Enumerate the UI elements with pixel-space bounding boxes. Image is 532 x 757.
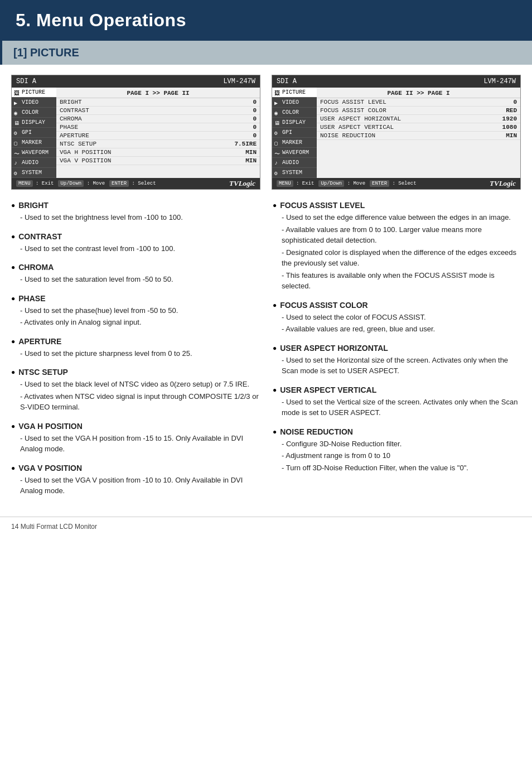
desc-text-vgah: - Used to set the VGA H position from -1… xyxy=(11,433,259,455)
waveform-icon-right: 〜 xyxy=(274,150,281,156)
waveform-icon-left: 〜 xyxy=(14,150,21,156)
footer-enter-btn-left: ENTER : Select xyxy=(109,181,156,186)
sidebar-item-video-left[interactable]: ▶VIDEO xyxy=(12,98,56,108)
menu-label-ntsc: NTSC SETUP xyxy=(60,141,96,147)
menu-label-focus-color: FOCUS ASSIST COLOR xyxy=(320,107,386,114)
sidebar-item-display-right[interactable]: 🖥DISPLAY xyxy=(272,118,317,128)
menu-row-vgav: VGA V POSITION MIN xyxy=(56,157,260,165)
menu-row-focus-level: FOCUS ASSIST LEVEL 0 xyxy=(317,98,520,107)
monitor-left-footer: MENU : Exit Up/Down : Move ENTER : Selec… xyxy=(12,178,260,189)
menu-value-user-aspect-h: 1920 xyxy=(502,115,517,122)
desc-text-phase: - Used to set the phase(hue) level from … xyxy=(11,305,259,328)
sidebar-item-picture-left[interactable]: 🖼PICTURE xyxy=(12,88,56,98)
sidebar-item-audio-right[interactable]: ♪AUDIO xyxy=(272,158,317,168)
menu-label-vgah: VGA H POSITION xyxy=(60,149,111,156)
sidebar-item-system-left[interactable]: ⚙SYSTEM xyxy=(12,168,56,178)
footer-updown-btn-left: Up/Down : Move xyxy=(58,181,105,186)
desc-title-focus-color: FOCUS ASSIST COLOR xyxy=(273,301,521,310)
menu-row-vgah: VGA H POSITION MIN xyxy=(56,148,260,157)
monitor-left: SDI A LVM-247W 🖼PICTURE ▶VIDEO ◉COLOR 🖥D… xyxy=(11,75,260,190)
page-footer: 14 Multi Format LCD Monitor xyxy=(0,517,532,536)
desc-title-user-aspect-h: USER ASPECT HORIZONTAL xyxy=(273,344,521,353)
desc-title-aperture: APERTURE xyxy=(11,337,259,346)
right-descriptions: FOCUS ASSIST LEVEL - Used to set the edg… xyxy=(273,201,521,505)
desc-text-user-aspect-v: - Used to set the Vertical size of the s… xyxy=(273,397,521,418)
left-descriptions: BRIGHT - Used to set the brightness leve… xyxy=(11,201,259,505)
menu-value-focus-level: 0 xyxy=(513,99,517,105)
desc-text-noise-reduction: - Configure 3D-Noise Reduction filter. -… xyxy=(273,438,521,474)
menu-label-user-aspect-v: USER ASPECT VERTICAL xyxy=(320,124,394,131)
sidebar-item-display-left[interactable]: 🖥DISPLAY xyxy=(12,118,56,128)
menu-row-contrast: CONTRAST 0 xyxy=(56,107,260,115)
page-title: 5. Menu Operations xyxy=(16,10,186,30)
video-icon-right: ▶ xyxy=(274,100,281,105)
monitor-left-body: 🖼PICTURE ▶VIDEO ◉COLOR 🖥DISPLAY ⚙GPI xyxy=(12,88,260,178)
monitor-left-header: SDI A LVM-247W xyxy=(12,75,260,88)
desc-noise-reduction: NOISE REDUCTION - Configure 3D-Noise Red… xyxy=(273,427,521,474)
picture-icon-right: 🖼 xyxy=(274,90,281,95)
menu-row-user-aspect-h: USER ASPECT HORIZONTAL 1920 xyxy=(317,115,520,123)
sidebar-item-waveform-right[interactable]: 〜WAVEFORM xyxy=(272,148,317,158)
monitor-right-body: 🖼PICTURE ▶VIDEO ◉COLOR 🖥DISPLAY ⚙GPI xyxy=(272,88,520,178)
monitor-right-footer: MENU : Exit Up/Down : Move ENTER : Selec… xyxy=(272,178,520,189)
sidebar-item-video-right[interactable]: ▶VIDEO xyxy=(272,98,317,108)
desc-title-chroma: CHROMA xyxy=(11,263,259,272)
menu-label-focus-level: FOCUS ASSIST LEVEL xyxy=(320,99,386,105)
sidebar-item-marker-right[interactable]: ▢MARKER xyxy=(272,138,317,148)
desc-title-bright: BRIGHT xyxy=(11,201,259,210)
menu-row-noise-reduction: NOISE REDUCTION MIN xyxy=(317,132,520,140)
menu-value-user-aspect-v: 1080 xyxy=(502,124,517,131)
menu-label-vgav: VGA V POSITION xyxy=(60,157,111,164)
desc-vgah: VGA H POSITION - Used to set the VGA H p… xyxy=(11,422,259,455)
menu-row-phase: PHASE 0 xyxy=(56,123,260,132)
sidebar-item-gpi-left[interactable]: ⚙GPI xyxy=(12,128,56,138)
monitor-right-sidebar: 🖼PICTURE ▶VIDEO ◉COLOR 🖥DISPLAY ⚙GPI xyxy=(272,88,317,178)
menu-row-bright: BRIGHT 0 xyxy=(56,98,260,107)
desc-phase: PHASE - Used to set the phase(hue) level… xyxy=(11,294,259,328)
brand-right: TVLogic xyxy=(490,179,516,188)
video-icon-left: ▶ xyxy=(14,100,21,105)
desc-ntsc: NTSC SETUP - Used to set the black level… xyxy=(11,368,259,413)
sidebar-item-marker-left[interactable]: ▢MARKER xyxy=(12,138,56,148)
menu-row-ntsc: NTSC SETUP 7.5IRE xyxy=(56,140,260,148)
menu-row-focus-color: FOCUS ASSIST COLOR RED xyxy=(317,107,520,115)
desc-focus-level: FOCUS ASSIST LEVEL - Used to set the edg… xyxy=(273,201,521,292)
menu-label-phase: PHASE xyxy=(60,124,78,131)
footer-text: 14 Multi Format LCD Monitor xyxy=(11,523,97,531)
monitor-left-menu: PAGE I >> PAGE II BRIGHT 0 CONTRAST 0 CH… xyxy=(56,88,260,178)
sidebar-item-waveform-left[interactable]: 〜WAVEFORM xyxy=(12,148,56,158)
menu-value-vgah: MIN xyxy=(245,149,257,156)
monitor-right-header: SDI A LVM-247W xyxy=(272,75,520,88)
sidebar-item-audio-left[interactable]: ♪AUDIO xyxy=(12,158,56,168)
display-icon-left: 🖥 xyxy=(14,120,21,126)
desc-title-phase: PHASE xyxy=(11,294,259,303)
menu-label-chroma: CHROMA xyxy=(60,115,82,122)
monitors-row: SDI A LVM-247W 🖼PICTURE ▶VIDEO ◉COLOR 🖥D… xyxy=(11,75,521,190)
sidebar-item-system-right[interactable]: ⚙SYSTEM xyxy=(272,168,317,178)
monitor-right-model: LVM-247W xyxy=(483,78,516,85)
footer-updown-btn-right: Up/Down : Move xyxy=(318,181,365,186)
desc-title-contrast: CONTRAST xyxy=(11,232,259,241)
desc-contrast: CONTRAST - Used to set the contrast leve… xyxy=(11,232,259,254)
desc-text-focus-color: - Used to select the color of FOCUS ASSI… xyxy=(273,312,521,335)
sidebar-item-picture-right[interactable]: 🖼PICTURE xyxy=(272,88,317,98)
sidebar-item-color-right[interactable]: ◉COLOR xyxy=(272,108,317,118)
audio-icon-right: ♪ xyxy=(274,160,281,166)
marker-icon-left: ▢ xyxy=(14,140,21,146)
section-title: [1] PICTURE xyxy=(0,41,532,65)
monitor-right-sdi: SDI A xyxy=(277,78,297,85)
desc-title-noise-reduction: NOISE REDUCTION xyxy=(273,427,521,436)
desc-user-aspect-v: USER ASPECT VERTICAL - Used to set the V… xyxy=(273,385,521,418)
sidebar-item-gpi-right[interactable]: ⚙GPI xyxy=(272,128,317,138)
desc-title-user-aspect-v: USER ASPECT VERTICAL xyxy=(273,385,521,394)
footer-enter-btn-right: ENTER : Select xyxy=(370,181,417,186)
sidebar-item-color-left[interactable]: ◉COLOR xyxy=(12,108,56,118)
menu-label-noise-reduction: NOISE REDUCTION xyxy=(320,132,375,139)
desc-text-focus-level: - Used to set the edge difference value … xyxy=(273,212,521,292)
monitor-right-page-nav: PAGE II >> PAGE I xyxy=(317,89,520,98)
marker-icon-right: ▢ xyxy=(274,140,281,146)
system-icon-left: ⚙ xyxy=(14,170,21,176)
page-header: 5. Menu Operations xyxy=(0,0,532,41)
content-area: SDI A LVM-247W 🖼PICTURE ▶VIDEO ◉COLOR 🖥D… xyxy=(0,65,532,517)
desc-aperture: APERTURE - Used to set the picture sharp… xyxy=(11,337,259,359)
